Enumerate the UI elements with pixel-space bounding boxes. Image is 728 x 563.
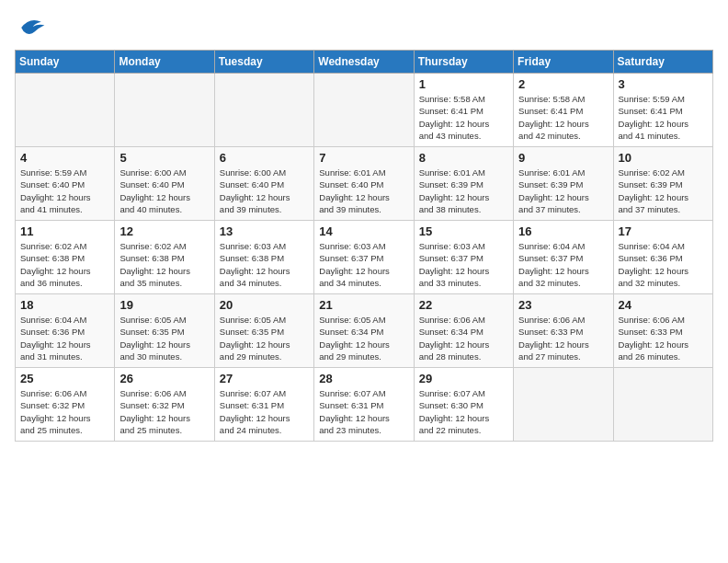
day-number: 27	[220, 372, 309, 385]
day-number: 25	[20, 372, 109, 385]
calendar-cell: 19Sunrise: 6:05 AM Sunset: 6:35 PM Dayli…	[115, 294, 214, 368]
column-header-thursday: Thursday	[414, 51, 513, 74]
day-number: 28	[319, 372, 408, 385]
calendar-cell: 3Sunrise: 5:59 AM Sunset: 6:41 PM Daylig…	[613, 74, 712, 147]
day-info: Sunrise: 6:03 AM Sunset: 6:38 PM Dayligh…	[220, 240, 309, 289]
calendar-cell: 23Sunrise: 6:06 AM Sunset: 6:33 PM Dayli…	[514, 294, 613, 368]
day-info: Sunrise: 6:05 AM Sunset: 6:34 PM Dayligh…	[319, 314, 408, 362]
calendar-cell: 28Sunrise: 6:07 AM Sunset: 6:31 PM Dayli…	[314, 368, 414, 442]
day-number: 6	[220, 151, 309, 165]
day-number: 15	[419, 224, 508, 238]
day-info: Sunrise: 6:02 AM Sunset: 6:38 PM Dayligh…	[20, 240, 109, 289]
calendar-cell: 17Sunrise: 6:04 AM Sunset: 6:36 PM Dayli…	[613, 221, 712, 294]
calendar-cell: 14Sunrise: 6:03 AM Sunset: 6:37 PM Dayli…	[314, 221, 414, 294]
calendar-cell	[514, 368, 613, 442]
day-number: 13	[220, 224, 309, 238]
column-header-monday: Monday	[115, 51, 214, 74]
day-info: Sunrise: 6:02 AM Sunset: 6:38 PM Dayligh…	[119, 240, 209, 289]
day-number: 12	[119, 224, 209, 238]
day-info: Sunrise: 6:06 AM Sunset: 6:32 PM Dayligh…	[119, 387, 209, 436]
calendar-cell	[613, 368, 712, 442]
day-info: Sunrise: 6:05 AM Sunset: 6:35 PM Dayligh…	[119, 314, 209, 362]
day-info: Sunrise: 6:00 AM Sunset: 6:40 PM Dayligh…	[220, 167, 309, 215]
column-header-sunday: Sunday	[16, 51, 115, 74]
calendar-week-4: 25Sunrise: 6:06 AM Sunset: 6:32 PM Dayli…	[16, 368, 713, 442]
day-number: 24	[619, 298, 708, 312]
calendar-cell: 4Sunrise: 5:59 AM Sunset: 6:40 PM Daylig…	[16, 147, 115, 221]
column-header-wednesday: Wednesday	[314, 51, 414, 74]
day-number: 7	[319, 151, 408, 165]
day-info: Sunrise: 6:06 AM Sunset: 6:33 PM Dayligh…	[619, 314, 708, 362]
calendar-cell: 2Sunrise: 5:58 AM Sunset: 6:41 PM Daylig…	[514, 74, 613, 147]
day-info: Sunrise: 6:00 AM Sunset: 6:40 PM Dayligh…	[119, 167, 209, 215]
calendar-cell: 26Sunrise: 6:06 AM Sunset: 6:32 PM Dayli…	[115, 368, 214, 442]
day-info: Sunrise: 6:04 AM Sunset: 6:36 PM Dayligh…	[20, 314, 109, 362]
calendar-cell: 18Sunrise: 6:04 AM Sunset: 6:36 PM Dayli…	[16, 294, 115, 368]
calendar-cell	[115, 74, 214, 147]
day-info: Sunrise: 6:03 AM Sunset: 6:37 PM Dayligh…	[419, 240, 508, 289]
calendar-cell: 9Sunrise: 6:01 AM Sunset: 6:39 PM Daylig…	[514, 147, 613, 221]
day-number: 11	[20, 224, 109, 238]
day-info: Sunrise: 6:01 AM Sunset: 6:40 PM Dayligh…	[319, 167, 408, 215]
day-info: Sunrise: 6:04 AM Sunset: 6:37 PM Dayligh…	[518, 240, 608, 289]
day-info: Sunrise: 6:05 AM Sunset: 6:35 PM Dayligh…	[220, 314, 309, 362]
calendar-cell: 11Sunrise: 6:02 AM Sunset: 6:38 PM Dayli…	[16, 221, 115, 294]
calendar-cell	[314, 74, 414, 147]
calendar-cell: 21Sunrise: 6:05 AM Sunset: 6:34 PM Dayli…	[314, 294, 414, 368]
day-info: Sunrise: 5:59 AM Sunset: 6:40 PM Dayligh…	[20, 167, 109, 215]
calendar-cell: 1Sunrise: 5:58 AM Sunset: 6:41 PM Daylig…	[414, 74, 513, 147]
day-info: Sunrise: 6:06 AM Sunset: 6:33 PM Dayligh…	[518, 314, 608, 362]
calendar-cell	[16, 74, 115, 147]
day-number: 2	[518, 77, 608, 91]
day-number: 20	[220, 298, 309, 312]
day-number: 18	[20, 298, 109, 312]
calendar-cell: 7Sunrise: 6:01 AM Sunset: 6:40 PM Daylig…	[314, 147, 414, 221]
day-info: Sunrise: 6:07 AM Sunset: 6:31 PM Dayligh…	[220, 387, 309, 436]
calendar-week-1: 4Sunrise: 5:59 AM Sunset: 6:40 PM Daylig…	[16, 147, 713, 221]
day-number: 21	[319, 298, 408, 312]
calendar-cell: 6Sunrise: 6:00 AM Sunset: 6:40 PM Daylig…	[214, 147, 313, 221]
calendar-week-2: 11Sunrise: 6:02 AM Sunset: 6:38 PM Dayli…	[16, 221, 713, 294]
page-header	[15, 15, 713, 40]
day-number: 10	[619, 151, 708, 165]
day-info: Sunrise: 6:02 AM Sunset: 6:39 PM Dayligh…	[619, 167, 708, 215]
calendar-cell: 10Sunrise: 6:02 AM Sunset: 6:39 PM Dayli…	[613, 147, 712, 221]
day-number: 17	[619, 224, 708, 238]
calendar-cell: 22Sunrise: 6:06 AM Sunset: 6:34 PM Dayli…	[414, 294, 513, 368]
column-header-saturday: Saturday	[613, 51, 712, 74]
day-info: Sunrise: 6:01 AM Sunset: 6:39 PM Dayligh…	[518, 167, 608, 215]
calendar-cell	[214, 74, 313, 147]
day-number: 14	[319, 224, 408, 238]
logo-icon	[15, 15, 48, 40]
day-info: Sunrise: 6:07 AM Sunset: 6:30 PM Dayligh…	[419, 387, 508, 436]
day-info: Sunrise: 6:06 AM Sunset: 6:32 PM Dayligh…	[20, 387, 109, 436]
calendar-cell: 24Sunrise: 6:06 AM Sunset: 6:33 PM Dayli…	[613, 294, 712, 368]
day-number: 22	[419, 298, 508, 312]
day-number: 1	[419, 77, 508, 91]
day-info: Sunrise: 5:59 AM Sunset: 6:41 PM Dayligh…	[619, 93, 708, 142]
calendar-cell: 5Sunrise: 6:00 AM Sunset: 6:40 PM Daylig…	[115, 147, 214, 221]
calendar-table: SundayMondayTuesdayWednesdayThursdayFrid…	[15, 50, 713, 442]
day-number: 19	[119, 298, 209, 312]
day-number: 4	[20, 151, 109, 165]
day-number: 5	[119, 151, 209, 165]
calendar-week-0: 1Sunrise: 5:58 AM Sunset: 6:41 PM Daylig…	[16, 74, 713, 147]
day-info: Sunrise: 5:58 AM Sunset: 6:41 PM Dayligh…	[518, 93, 608, 142]
calendar-cell: 13Sunrise: 6:03 AM Sunset: 6:38 PM Dayli…	[214, 221, 313, 294]
calendar-cell: 16Sunrise: 6:04 AM Sunset: 6:37 PM Dayli…	[514, 221, 613, 294]
day-number: 23	[518, 298, 608, 312]
day-info: Sunrise: 6:01 AM Sunset: 6:39 PM Dayligh…	[419, 167, 508, 215]
day-info: Sunrise: 6:07 AM Sunset: 6:31 PM Dayligh…	[319, 387, 408, 436]
calendar-cell: 27Sunrise: 6:07 AM Sunset: 6:31 PM Dayli…	[214, 368, 313, 442]
day-info: Sunrise: 5:58 AM Sunset: 6:41 PM Dayligh…	[419, 93, 508, 142]
calendar-week-3: 18Sunrise: 6:04 AM Sunset: 6:36 PM Dayli…	[16, 294, 713, 368]
calendar-cell: 20Sunrise: 6:05 AM Sunset: 6:35 PM Dayli…	[214, 294, 313, 368]
day-info: Sunrise: 6:03 AM Sunset: 6:37 PM Dayligh…	[319, 240, 408, 289]
calendar-cell: 25Sunrise: 6:06 AM Sunset: 6:32 PM Dayli…	[16, 368, 115, 442]
logo	[15, 15, 51, 40]
day-number: 29	[419, 372, 508, 385]
calendar-cell: 8Sunrise: 6:01 AM Sunset: 6:39 PM Daylig…	[414, 147, 513, 221]
day-number: 8	[419, 151, 508, 165]
calendar-cell: 29Sunrise: 6:07 AM Sunset: 6:30 PM Dayli…	[414, 368, 513, 442]
column-header-tuesday: Tuesday	[214, 51, 313, 74]
